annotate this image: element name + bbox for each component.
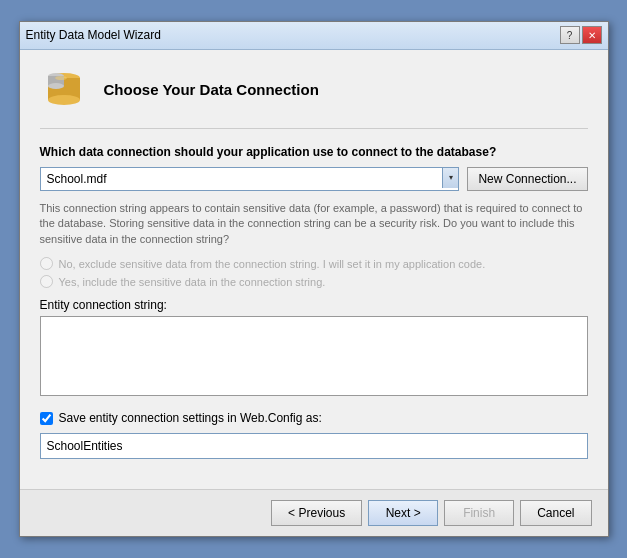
help-button[interactable]: ? [560, 26, 580, 44]
svg-point-5 [48, 83, 64, 89]
cancel-button[interactable]: Cancel [520, 500, 591, 526]
radio-include[interactable] [40, 275, 53, 288]
save-settings-label: Save entity connection settings in Web.C… [59, 411, 322, 425]
wizard-window: Entity Data Model Wizard ? ✕ [19, 21, 609, 537]
entity-textarea[interactable] [40, 316, 588, 396]
dropdown-arrow-icon[interactable]: ▾ [442, 168, 458, 188]
titlebar-controls: ? ✕ [560, 26, 602, 44]
finish-button[interactable]: Finish [444, 500, 514, 526]
database-icon [40, 66, 88, 114]
connection-row: School.mdf ▾ New Connection... [40, 167, 588, 191]
svg-point-6 [55, 76, 67, 80]
description-text: This connection string appears to contai… [40, 201, 588, 247]
window-title: Entity Data Model Wizard [26, 28, 161, 42]
titlebar: Entity Data Model Wizard ? ✕ [20, 22, 608, 50]
previous-button[interactable]: < Previous [271, 500, 362, 526]
new-connection-button[interactable]: New Connection... [467, 167, 587, 191]
page-title: Choose Your Data Connection [104, 81, 319, 98]
wizard-footer: < Previous Next > Finish Cancel [20, 489, 608, 536]
header-section: Choose Your Data Connection [40, 66, 588, 129]
radio-exclude-label: No, exclude sensitive data from the conn… [59, 258, 486, 270]
save-settings-checkbox[interactable] [40, 412, 53, 425]
close-button[interactable]: ✕ [582, 26, 602, 44]
radio-exclude-option: No, exclude sensitive data from the conn… [40, 257, 588, 270]
entity-label: Entity connection string: [40, 298, 588, 312]
checkbox-row: Save entity connection settings in Web.C… [40, 411, 588, 425]
radio-include-option: Yes, include the sensitive data in the c… [40, 275, 588, 288]
next-button[interactable]: Next > [368, 500, 438, 526]
radio-exclude[interactable] [40, 257, 53, 270]
connection-dropdown[interactable]: School.mdf ▾ [40, 167, 460, 191]
svg-point-2 [48, 95, 80, 105]
question-label: Which data connection should your applic… [40, 145, 588, 159]
radio-include-label: Yes, include the sensitive data in the c… [59, 276, 326, 288]
wizard-content: Choose Your Data Connection Which data c… [20, 50, 608, 475]
titlebar-left: Entity Data Model Wizard [26, 28, 161, 42]
settings-name-input[interactable] [40, 433, 588, 459]
dropdown-value: School.mdf [41, 168, 443, 190]
